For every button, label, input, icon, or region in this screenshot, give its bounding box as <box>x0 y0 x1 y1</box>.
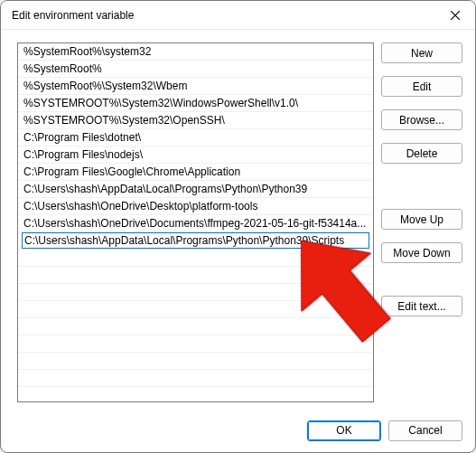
list-item-empty <box>18 318 373 335</box>
delete-button[interactable]: Delete <box>381 143 462 164</box>
move-up-button[interactable]: Move Up <box>381 209 462 230</box>
move-down-button[interactable]: Move Down <box>381 242 462 263</box>
list-item[interactable]: C:\Program Files\nodejs\ <box>18 146 373 164</box>
list-item-editing[interactable] <box>18 232 373 250</box>
list-item[interactable]: C:\Users\shash\AppData\Local\Programs\Py… <box>18 181 373 198</box>
dialog-window: Edit environment variable %SystemRoot%\s… <box>0 0 476 453</box>
list-item[interactable]: %SystemRoot% <box>18 61 373 78</box>
edit-button[interactable]: Edit <box>381 76 462 97</box>
cancel-button[interactable]: Cancel <box>388 420 462 441</box>
list-item[interactable]: %SYSTEMROOT%\System32\OpenSSH\ <box>18 112 373 129</box>
edit-text-button[interactable]: Edit text... <box>381 296 462 316</box>
list-item-empty <box>18 267 373 284</box>
list-item[interactable]: %SystemRoot%\system32 <box>18 43 373 61</box>
side-buttons: New Edit Browse... Delete Move Up Move D… <box>381 42 462 409</box>
list-item-empty <box>18 301 373 318</box>
dialog-body: %SystemRoot%\system32%SystemRoot%%System… <box>1 30 475 409</box>
list-item-empty <box>18 284 373 301</box>
path-edit-input[interactable] <box>22 232 369 249</box>
list-item-empty <box>18 335 373 353</box>
list-item-empty <box>18 353 373 370</box>
list-item[interactable]: C:\Users\shash\OneDrive\Desktop\platform… <box>18 198 373 215</box>
list-item[interactable]: C:\Users\shash\OneDrive\Documents\ffmpeg… <box>18 215 373 232</box>
ok-button[interactable]: OK <box>307 420 381 441</box>
new-button[interactable]: New <box>381 42 462 63</box>
path-listbox[interactable]: %SystemRoot%\system32%SystemRoot%%System… <box>17 42 374 402</box>
close-button[interactable] <box>435 1 475 30</box>
list-item[interactable]: C:\Program Files\dotnet\ <box>18 129 373 146</box>
list-item[interactable]: C:\Program Files\Google\Chrome\Applicati… <box>18 164 373 181</box>
close-icon <box>451 7 460 24</box>
list-item-empty <box>18 370 373 387</box>
list-item[interactable]: %SystemRoot%\System32\Wbem <box>18 78 373 95</box>
browse-button[interactable]: Browse... <box>381 109 462 130</box>
titlebar: Edit environment variable <box>1 1 475 30</box>
list-item[interactable]: %SYSTEMROOT%\System32\WindowsPowerShell\… <box>18 95 373 112</box>
dialog-footer: OK Cancel <box>1 409 475 452</box>
window-title: Edit environment variable <box>12 9 134 22</box>
list-item-empty <box>18 387 373 402</box>
list-item-empty <box>18 250 373 267</box>
